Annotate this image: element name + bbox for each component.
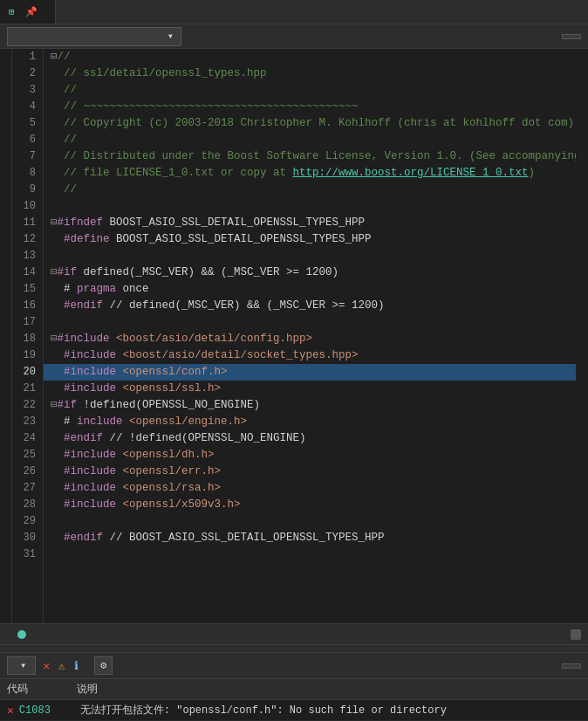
token-fold: ⊟	[51, 49, 58, 65]
code-line-8: // file LICENSE_1_0.txt or copy at http:…	[44, 165, 576, 182]
token-normal	[116, 381, 123, 397]
token-preprocessor: #define	[64, 231, 110, 248]
code-line-9: //	[44, 182, 576, 198]
line-number-1: 1	[16, 49, 36, 65]
footer-scroll[interactable]	[571, 629, 581, 640]
line-number-27: 27	[16, 480, 36, 497]
line-number-29: 29	[16, 513, 36, 530]
token-normal	[51, 231, 64, 248]
header-code: 代码	[7, 682, 77, 697]
solve-dropdown-icon[interactable]: ▾	[20, 659, 26, 672]
token-normal	[51, 430, 64, 447]
intellisense-icon: ⚙	[94, 656, 113, 675]
line-number-28: 28	[16, 497, 36, 513]
error-count-filter[interactable]: ✕	[43, 659, 53, 673]
code-line-20: #include <openssl/conf.h>	[44, 364, 576, 381]
token-normal	[116, 347, 123, 364]
token-preprocessor: #endif	[64, 430, 103, 447]
token-comment: // ssl/detail/openssl_types.hpp	[51, 65, 267, 82]
line-number-5: 5	[16, 115, 36, 132]
row-error-code: C1083	[19, 704, 80, 717]
token-preprocessor: #include	[64, 381, 116, 397]
token-normal: once	[116, 281, 149, 298]
line-number-2: 2	[16, 65, 36, 82]
token-normal	[51, 480, 64, 497]
token-normal	[116, 480, 123, 497]
token-preprocessor: #endif	[64, 530, 103, 546]
code-line-21: #include <openssl/ssl.h>	[44, 381, 576, 397]
info-icon: ℹ	[74, 659, 79, 673]
solve-button[interactable]: ▾	[7, 656, 36, 675]
code-line-29	[44, 513, 576, 530]
code-line-26: #include <openssl/err.h>	[44, 464, 576, 480]
line-number-13: 13	[16, 248, 36, 264]
row-error-desc: 无法打开包括文件: "openssl/conf.h": No such file…	[80, 703, 581, 718]
token-preprocessor: #ifndef	[58, 215, 104, 231]
error-panel-title	[0, 645, 588, 653]
code-line-7: // Distributed under the Boost Software …	[44, 148, 576, 165]
token-preprocessor: #include	[64, 364, 116, 381]
minimap-scrollbar[interactable]	[576, 49, 588, 623]
token-comment: // file LICENSE_1_0.txt or copy at	[51, 165, 293, 182]
code-line-6: //	[44, 132, 576, 148]
token-comment: // Copyright (c) 2003-2018 Christopher M…	[51, 115, 574, 132]
info-count-filter[interactable]: ℹ	[74, 659, 82, 673]
line-number-21: 21	[16, 381, 36, 397]
editor-container: 1234567891011121314151617181920212223242…	[0, 49, 588, 623]
token-include: <openssl/dh.h>	[123, 447, 215, 464]
token-normal: #	[51, 281, 77, 298]
code-area[interactable]: ⊟// // ssl/detail/openssl_types.hpp // /…	[44, 49, 576, 623]
error-toolbar: ▾ ✕ ⚠ ℹ ⚙	[0, 653, 588, 679]
token-normal: // !defined(OPENSSL_NO_ENGINE)	[103, 430, 306, 447]
error-table-header: 代码 说明	[0, 679, 588, 700]
intellisense-filter[interactable]: ⚙	[94, 656, 113, 675]
token-preprocessor: include	[77, 414, 123, 430]
token-comment: // Distributed under the Boost Software …	[51, 148, 576, 165]
line-number-11: 11	[16, 215, 36, 231]
token-include: <openssl/ssl.h>	[123, 381, 222, 397]
code-line-2: // ssl/detail/openssl_types.hpp	[44, 65, 576, 82]
token-preprocessor: #include	[58, 331, 110, 347]
token-include: <openssl/conf.h>	[123, 364, 228, 381]
code-line-15: # pragma once	[44, 281, 576, 298]
token-normal	[51, 381, 64, 397]
code-line-30: #endif // BOOST_ASIO_SSL_DETAIL_OPENSSL_…	[44, 530, 576, 546]
row-error-icon: ✕	[7, 704, 14, 718]
token-normal	[116, 447, 123, 464]
scroll-thumb[interactable]	[571, 629, 581, 640]
context-dropdown[interactable]: ▾	[7, 27, 181, 46]
build-button[interactable]	[562, 663, 581, 669]
tab-openssl-types[interactable]: ⊞ 📌	[0, 0, 56, 24]
error-row[interactable]: ✕ C1083 无法打开包括文件: "openssl/conf.h": No s…	[0, 700, 588, 721]
line-number-18: 18	[16, 331, 36, 347]
tab-bar: ⊞ 📌	[0, 0, 588, 24]
code-line-22: ⊟#if !defined(OPENSSL_NO_ENGINE)	[44, 397, 576, 414]
token-normal	[123, 414, 130, 430]
code-line-1: ⊟//	[44, 49, 576, 65]
scope-dropdown[interactable]	[562, 34, 581, 39]
line-number-25: 25	[16, 447, 36, 464]
token-normal	[51, 298, 64, 314]
token-comment: // ~~~~~~~~~~~~~~~~~~~~~~~~~~~~~~~~~~~~~…	[51, 99, 359, 115]
token-link[interactable]: http://www.boost.org/LICENSE_1_0.txt	[293, 165, 529, 182]
token-normal	[116, 364, 123, 381]
code-line-12: #define BOOST_ASIO_SSL_DETAIL_OPENSSL_TY…	[44, 231, 576, 248]
token-comment: //	[51, 182, 77, 198]
code-line-27: #include <openssl/rsa.h>	[44, 480, 576, 497]
tab-pin-icon[interactable]: 📌	[25, 6, 38, 17]
token-normal	[110, 331, 117, 347]
code-line-11: ⊟#ifndef BOOST_ASIO_SSL_DETAIL_OPENSSL_T…	[44, 215, 576, 231]
line-number-30: 30	[16, 530, 36, 546]
line-number-10: 10	[16, 198, 36, 215]
code-line-17	[44, 314, 576, 331]
token-preprocessor: #include	[64, 447, 116, 464]
token-normal	[51, 530, 64, 546]
line-number-8: 8	[16, 165, 36, 182]
line-number-9: 9	[16, 182, 36, 198]
line-number-3: 3	[16, 82, 36, 99]
warning-count-filter[interactable]: ⚠	[58, 659, 69, 673]
token-preprocessor: #if	[58, 397, 78, 414]
token-preprocessor: #include	[64, 347, 116, 364]
token-include: <openssl/engine.h>	[129, 414, 247, 430]
token-include: <openssl/err.h>	[123, 464, 222, 480]
